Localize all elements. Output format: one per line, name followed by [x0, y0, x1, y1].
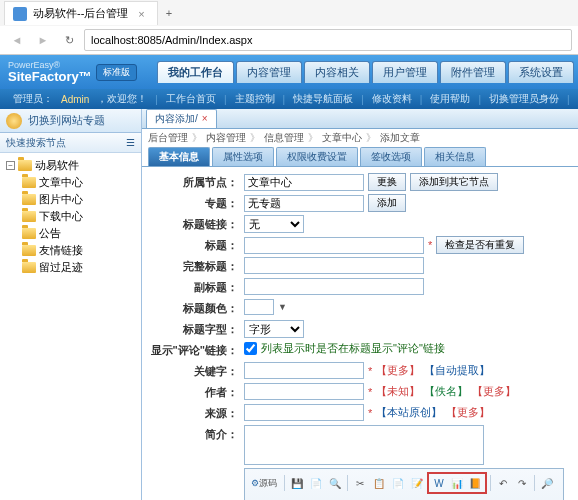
- brand-logo: PowerEasy® SiteFactory™: [8, 61, 92, 83]
- topmenu-user[interactable]: 用户管理: [372, 61, 438, 83]
- dropdown-icon[interactable]: ▼: [278, 302, 287, 312]
- tree-item[interactable]: 友情链接: [2, 242, 139, 259]
- hint-auto-link[interactable]: 【自动提取】: [424, 363, 490, 378]
- browser-tab[interactable]: 动易软件--后台管理 ×: [4, 1, 158, 25]
- tree-toggle-icon[interactable]: −: [6, 161, 15, 170]
- hint-unknown-link[interactable]: 【未知】: [376, 384, 420, 399]
- itab-permission[interactable]: 权限收费设置: [276, 147, 358, 166]
- tree-item[interactable]: 下载中心: [2, 208, 139, 225]
- hint-original-link[interactable]: 【本站原创】: [376, 405, 442, 420]
- find-icon[interactable]: 🔎: [538, 474, 556, 492]
- topmenu-attachment[interactable]: 附件管理: [440, 61, 506, 83]
- showcomment-hint: 列表显示时是否在标题显示"评论"链接: [261, 341, 445, 356]
- main-tab-add-content[interactable]: 内容添加/×: [146, 109, 217, 128]
- source-input[interactable]: [244, 404, 364, 421]
- tree-item[interactable]: 图片中心: [2, 191, 139, 208]
- tree-root[interactable]: − 动易软件: [2, 157, 139, 174]
- topmenu-system[interactable]: 系统设置: [508, 61, 574, 83]
- author-input[interactable]: [244, 383, 364, 400]
- label-source: 来源：: [150, 404, 244, 422]
- submenu-home[interactable]: 工作台首页: [163, 92, 219, 106]
- hint-more-link[interactable]: 【更多】: [446, 405, 490, 420]
- new-tab-button[interactable]: +: [158, 7, 180, 19]
- redo-icon[interactable]: ↷: [513, 474, 531, 492]
- tab-title: 动易软件--后台管理: [33, 6, 128, 21]
- add-project-button[interactable]: 添加: [368, 194, 406, 212]
- topmenu-content[interactable]: 内容管理: [236, 61, 302, 83]
- itab-related[interactable]: 相关信息: [424, 147, 486, 166]
- required-star-icon: *: [368, 407, 372, 419]
- title-input[interactable]: [244, 237, 424, 254]
- itab-sign[interactable]: 签收选项: [360, 147, 422, 166]
- label-showcomment: 显示"评论"链接：: [150, 341, 244, 359]
- reload-button[interactable]: ↻: [58, 29, 80, 51]
- required-star-icon: *: [368, 365, 372, 377]
- forward-button[interactable]: ►: [32, 29, 54, 51]
- tree-item[interactable]: 留过足迹: [2, 259, 139, 276]
- folder-icon: [22, 245, 36, 256]
- project-input[interactable]: [244, 195, 364, 212]
- fulltitle-input[interactable]: [244, 257, 424, 274]
- color-picker[interactable]: [244, 299, 274, 315]
- selectall-icon[interactable]: ▦: [247, 495, 265, 500]
- titlestyle-select[interactable]: 字形: [244, 320, 304, 338]
- summary-textarea[interactable]: [244, 425, 484, 465]
- undo-icon[interactable]: ↶: [494, 474, 512, 492]
- label-titlestyle: 标题字型：: [150, 320, 244, 338]
- required-star-icon: *: [428, 239, 432, 251]
- tree-item[interactable]: 文章中心: [2, 174, 139, 191]
- submenu-logout[interactable]: 安全退出: [575, 92, 578, 106]
- itab-attribute[interactable]: 属性选项: [212, 147, 274, 166]
- titlelink-select[interactable]: 无: [244, 215, 304, 233]
- submenu-theme[interactable]: 主题控制: [232, 92, 278, 106]
- topmenu-workbench[interactable]: 我的工作台: [157, 61, 234, 83]
- collapse-icon[interactable]: ☰: [126, 137, 135, 148]
- paste-text-icon[interactable]: 📝: [408, 474, 426, 492]
- submenu-quicknav[interactable]: 快捷导航面板: [290, 92, 356, 106]
- label-fulltitle: 完整标题：: [150, 257, 244, 275]
- folder-icon: [22, 211, 36, 222]
- breadcrumb: 后台管理》 内容管理》 信息管理》 文章中心》 添加文章: [142, 129, 578, 147]
- address-input[interactable]: [84, 29, 572, 51]
- paste-word-icon[interactable]: W: [430, 474, 448, 492]
- itab-basic[interactable]: 基本信息: [148, 147, 210, 166]
- hint-anon-link[interactable]: 【佚名】: [424, 384, 468, 399]
- change-node-button[interactable]: 更换: [368, 173, 406, 191]
- paste-excel-icon[interactable]: 📊: [448, 474, 466, 492]
- preview-icon[interactable]: 🔍: [326, 474, 344, 492]
- node-input[interactable]: [244, 174, 364, 191]
- save-icon[interactable]: 💾: [288, 474, 306, 492]
- folder-icon: [22, 194, 36, 205]
- back-button[interactable]: ◄: [6, 29, 28, 51]
- keyword-input[interactable]: [244, 362, 364, 379]
- label-project: 专题：: [150, 194, 244, 212]
- label-keyword: 关键字：: [150, 362, 244, 380]
- close-tab-icon[interactable]: ×: [134, 8, 148, 20]
- submenu-help[interactable]: 使用帮助: [427, 92, 473, 106]
- hint-more-link[interactable]: 【更多】: [472, 384, 516, 399]
- copy-icon[interactable]: 📋: [370, 474, 388, 492]
- newpage-icon[interactable]: 📄: [307, 474, 325, 492]
- hint-more-link[interactable]: 【更多】: [376, 363, 420, 378]
- required-star-icon: *: [368, 386, 372, 398]
- showcomment-checkbox[interactable]: [244, 342, 257, 355]
- source-button[interactable]: ⚙源码: [247, 474, 281, 492]
- folder-icon: [22, 228, 36, 239]
- label-subtitle: 副标题：: [150, 278, 244, 296]
- paste-icon[interactable]: 📄: [389, 474, 407, 492]
- paste-ppt-icon[interactable]: 📙: [466, 474, 484, 492]
- check-duplicate-button[interactable]: 检查是否有重复: [436, 236, 524, 254]
- submenu-profile[interactable]: 修改资料: [369, 92, 415, 106]
- submenu-switch[interactable]: 切换管理员身份: [486, 92, 562, 106]
- sub-menu-bar: 管理员：Admin，欢迎您！ |工作台首页 |主题控制 |快捷导航面板 |修改资…: [0, 89, 578, 109]
- label-author: 作者：: [150, 383, 244, 401]
- add-other-node-button[interactable]: 添加到其它节点: [410, 173, 498, 191]
- cut-icon[interactable]: ✂: [351, 474, 369, 492]
- subtitle-input[interactable]: [244, 278, 424, 295]
- switch-icon: [6, 113, 22, 129]
- close-icon[interactable]: ×: [202, 113, 208, 124]
- label-titlelink: 标题链接：: [150, 215, 244, 233]
- tree-item[interactable]: 公告: [2, 225, 139, 242]
- topmenu-content-related[interactable]: 内容相关: [304, 61, 370, 83]
- switch-site-topic[interactable]: 切换到网站专题: [0, 109, 141, 133]
